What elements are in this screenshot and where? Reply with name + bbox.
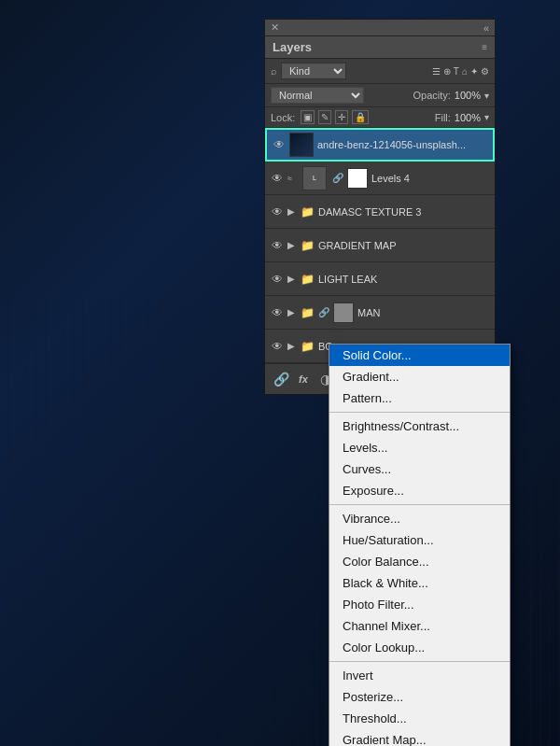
layer-thumbnail [289, 133, 314, 157]
link-icon[interactable]: 🔗 [273, 372, 289, 387]
fill-value[interactable]: 100% [455, 112, 481, 123]
opacity-value[interactable]: 100% [455, 90, 481, 101]
expand-arrow-icon[interactable]: ▶ [287, 341, 297, 351]
adjust-filter-icon[interactable]: ⊕ [443, 66, 451, 77]
menu-item-color-balance[interactable]: Color Balance... [329, 551, 510, 572]
panel-menu-icon[interactable]: ≡ [482, 42, 487, 52]
menu-item-levels[interactable]: Levels... [329, 437, 510, 458]
smart-filter-icon[interactable]: ✦ [470, 66, 478, 77]
menu-item-black-white[interactable]: Black & White... [329, 572, 510, 594]
lock-position-icon[interactable]: ✛ [335, 110, 348, 124]
menu-item-brightness-contrast[interactable]: Brightness/Contrast... [329, 415, 510, 437]
blend-mode-row: Normal Opacity: 100% ▾ [265, 84, 495, 107]
fx-icon[interactable]: fx [295, 373, 312, 385]
layer-item[interactable]: 👁 andre-benz-1214056-unsplash... [265, 128, 495, 162]
adjustment-dropdown: Solid Color... Gradient... Pattern... Br… [329, 344, 511, 746]
chain-icon: 🔗 [332, 173, 343, 183]
panel-header: Layers ≡ [265, 36, 495, 59]
settings-filter-icon[interactable]: ⚙ [481, 66, 489, 77]
expand-arrow-icon[interactable]: ▶ [287, 307, 297, 317]
visibility-icon[interactable]: 👁 [271, 239, 284, 252]
special-icon: ≈ [287, 174, 299, 183]
opacity-arrow[interactable]: ▾ [484, 91, 489, 101]
layer-name: LIGHT LEAK [318, 274, 489, 285]
text-filter-icon[interactable]: T [454, 66, 459, 77]
fill-label: Fill: [435, 112, 451, 123]
fill-arrow[interactable]: ▾ [484, 112, 489, 122]
layer-item[interactable]: 👁 ▶ 📁 GRADIENT MAP [265, 229, 495, 262]
layers-panel: ✕ « Layers ≡ ⌕ Kind ☰ ⊕ T ⌂ ✦ ⚙ Normal O… [264, 19, 496, 395]
filter-icons: ☰ ⊕ T ⌂ ✦ ⚙ [432, 66, 489, 77]
layer-mask [333, 303, 354, 323]
lock-label: Lock: [271, 112, 295, 123]
menu-item-gradient[interactable]: Gradient... [329, 366, 510, 387]
layer-name: DAMASC TEXTURE 3 [318, 206, 489, 218]
expand-arrow-icon[interactable]: ▶ [287, 240, 297, 250]
menu-item-exposure[interactable]: Exposure... [329, 480, 510, 501]
folder-icon: 📁 [301, 273, 315, 286]
menu-item-color-lookup[interactable]: Color Lookup... [329, 637, 510, 658]
kind-dropdown[interactable]: Kind [281, 63, 346, 79]
menu-separator-1 [329, 412, 510, 413]
folder-icon: 📁 [301, 340, 315, 353]
pixel-filter-icon[interactable]: ☰ [432, 66, 441, 77]
layer-item[interactable]: 👁 ▶ 📁 DAMASC TEXTURE 3 [265, 195, 495, 229]
fill-section: Fill: 100% ▾ [435, 112, 489, 123]
menu-item-channel-mixer[interactable]: Channel Mixer... [329, 615, 510, 637]
opacity-label: Opacity: [413, 90, 451, 101]
visibility-icon[interactable]: 👁 [271, 172, 284, 185]
close-icon[interactable]: ✕ [271, 21, 279, 34]
menu-item-pattern[interactable]: Pattern... [329, 387, 510, 409]
expand-arrow-icon[interactable]: ▶ [287, 206, 297, 217]
panel-title: Layers [273, 40, 312, 54]
folder-icon: 📁 [301, 205, 315, 218]
opacity-row: Opacity: 100% ▾ [413, 90, 490, 101]
visibility-icon[interactable]: 👁 [273, 138, 286, 151]
lock-image-icon[interactable]: ✎ [318, 110, 331, 124]
menu-item-hue-saturation[interactable]: Hue/Saturation... [329, 529, 510, 551]
menu-item-posterize[interactable]: Posterize... [329, 686, 510, 708]
layer-item[interactable]: 👁 ▶ 📁 LIGHT LEAK [265, 262, 495, 296]
layer-name: andre-benz-1214056-unsplash... [317, 139, 487, 150]
chain-icon: 🔗 [318, 307, 329, 317]
search-row: ⌕ Kind ☰ ⊕ T ⌂ ✦ ⚙ [265, 59, 495, 84]
lock-icons: ▣ ✎ ✛ 🔒 [301, 110, 369, 124]
layer-name: MAN [357, 307, 489, 318]
layers-list: 👁 andre-benz-1214056-unsplash... 👁 ≈ L 🔗… [265, 128, 495, 363]
collapse-icon[interactable]: « [483, 22, 489, 34]
layer-mask [347, 168, 368, 189]
layer-item[interactable]: 👁 ▶ 📁 🔗 MAN [265, 296, 495, 330]
search-label: ⌕ [271, 65, 277, 77]
layer-thumbnail: L [302, 166, 327, 190]
folder-icon: 📁 [301, 306, 315, 319]
blend-mode-select[interactable]: Normal [271, 87, 364, 104]
menu-item-photo-filter[interactable]: Photo Filter... [329, 594, 510, 615]
expand-arrow-icon[interactable]: ▶ [287, 274, 297, 284]
menu-separator-2 [329, 504, 510, 505]
menu-separator-3 [329, 661, 510, 662]
menu-item-invert[interactable]: Invert [329, 665, 510, 686]
lock-all-icon[interactable]: 🔒 [352, 110, 369, 124]
menu-item-vibrance[interactable]: Vibrance... [329, 508, 510, 529]
menu-item-curves[interactable]: Curves... [329, 458, 510, 480]
visibility-icon[interactable]: 👁 [271, 273, 284, 286]
shape-filter-icon[interactable]: ⌂ [462, 66, 468, 77]
visibility-icon[interactable]: 👁 [271, 205, 284, 218]
visibility-icon[interactable]: 👁 [271, 340, 284, 353]
layer-name: Levels 4 [371, 173, 489, 184]
folder-icon: 📁 [301, 239, 315, 252]
panel-top-bar: ✕ « [265, 20, 495, 36]
visibility-icon[interactable]: 👁 [271, 306, 284, 319]
menu-item-solid-color[interactable]: Solid Color... [329, 345, 510, 366]
layer-item[interactable]: 👁 ≈ L 🔗 Levels 4 [265, 162, 495, 195]
lock-row: Lock: ▣ ✎ ✛ 🔒 Fill: 100% ▾ [265, 107, 495, 128]
menu-item-threshold[interactable]: Threshold... [329, 708, 510, 729]
layer-name: GRADIENT MAP [318, 240, 489, 251]
menu-item-gradient-map[interactable]: Gradient Map... [329, 729, 510, 746]
lock-transparent-icon[interactable]: ▣ [301, 110, 315, 124]
